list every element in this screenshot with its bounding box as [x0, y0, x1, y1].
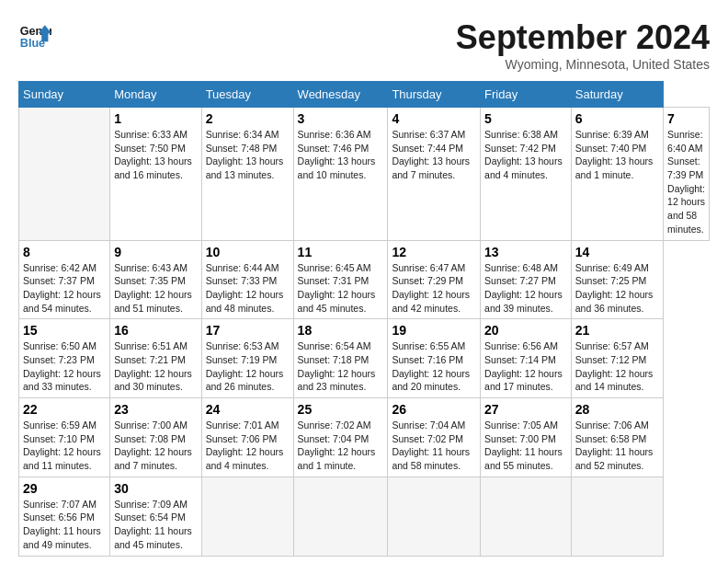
- calendar-cell: 25Sunrise: 7:02 AMSunset: 7:04 PMDayligh…: [293, 398, 388, 477]
- day-number: 28: [575, 402, 659, 417]
- calendar-cell: 4Sunrise: 6:37 AMSunset: 7:44 PMDaylight…: [388, 108, 481, 241]
- day-info: Sunrise: 6:34 AMSunset: 7:48 PMDaylight:…: [206, 128, 290, 182]
- page-header: General Blue September 2024 Wyoming, Min…: [18, 18, 710, 72]
- day-number: 19: [392, 323, 476, 338]
- month-title: September 2024: [456, 18, 710, 57]
- day-info: Sunrise: 6:40 AMSunset: 7:39 PMDaylight:…: [667, 128, 705, 236]
- day-number: 3: [298, 111, 384, 126]
- calendar-cell: 18Sunrise: 6:54 AMSunset: 7:18 PMDayligh…: [293, 319, 388, 398]
- day-number: 18: [298, 323, 384, 338]
- day-number: 27: [484, 402, 567, 417]
- calendar-cell: 8Sunrise: 6:42 AMSunset: 7:37 PMDaylight…: [19, 240, 110, 319]
- week-row-0: 1Sunrise: 6:33 AMSunset: 7:50 PMDaylight…: [19, 108, 710, 241]
- day-info: Sunrise: 6:42 AMSunset: 7:37 PMDaylight:…: [23, 261, 106, 316]
- calendar-cell: [293, 477, 388, 556]
- calendar-cell: 22Sunrise: 6:59 AMSunset: 7:10 PMDayligh…: [19, 398, 110, 477]
- title-area: September 2024 Wyoming, Minnesota, Unite…: [456, 18, 710, 72]
- day-info: Sunrise: 7:09 AMSunset: 6:54 PMDaylight:…: [114, 498, 197, 552]
- day-number: 14: [575, 245, 659, 259]
- day-number: 7: [667, 111, 705, 126]
- calendar-cell: 28Sunrise: 7:06 AMSunset: 6:58 PMDayligh…: [571, 398, 663, 477]
- day-info: Sunrise: 6:51 AMSunset: 7:21 PMDaylight:…: [114, 339, 197, 394]
- week-row-2: 15Sunrise: 6:50 AMSunset: 7:23 PMDayligh…: [19, 319, 710, 398]
- day-info: Sunrise: 6:50 AMSunset: 7:23 PMDaylight:…: [23, 339, 106, 394]
- calendar-cell: 3Sunrise: 6:36 AMSunset: 7:46 PMDaylight…: [293, 108, 388, 241]
- calendar-cell: 1Sunrise: 6:33 AMSunset: 7:50 PMDaylight…: [110, 108, 201, 241]
- day-info: Sunrise: 7:04 AMSunset: 7:02 PMDaylight:…: [392, 419, 476, 473]
- calendar-cell: 30Sunrise: 7:09 AMSunset: 6:54 PMDayligh…: [110, 477, 201, 556]
- day-info: Sunrise: 6:39 AMSunset: 7:40 PMDaylight:…: [575, 128, 659, 182]
- calendar-table: SundayMondayTuesdayWednesdayThursdayFrid…: [18, 81, 710, 557]
- calendar-cell: [481, 477, 572, 556]
- day-number: 25: [298, 402, 384, 417]
- day-number: 24: [206, 402, 290, 417]
- calendar-cell: 17Sunrise: 6:53 AMSunset: 7:19 PMDayligh…: [201, 319, 293, 398]
- svg-text:Blue: Blue: [20, 37, 45, 50]
- calendar-cell: 14Sunrise: 6:49 AMSunset: 7:25 PMDayligh…: [571, 240, 663, 319]
- day-number: 20: [484, 323, 567, 338]
- calendar-cell: 10Sunrise: 6:44 AMSunset: 7:33 PMDayligh…: [201, 240, 293, 319]
- calendar-cell: 12Sunrise: 6:47 AMSunset: 7:29 PMDayligh…: [388, 240, 481, 319]
- day-info: Sunrise: 6:59 AMSunset: 7:10 PMDaylight:…: [23, 419, 106, 473]
- calendar-cell: 2Sunrise: 6:34 AMSunset: 7:48 PMDaylight…: [201, 108, 293, 241]
- logo-icon: General Blue: [18, 18, 51, 52]
- week-row-4: 29Sunrise: 7:07 AMSunset: 6:56 PMDayligh…: [19, 477, 710, 556]
- day-number: 29: [23, 481, 106, 496]
- header-thursday: Thursday: [388, 82, 481, 108]
- calendar-cell: 27Sunrise: 7:05 AMSunset: 7:00 PMDayligh…: [481, 398, 572, 477]
- day-number: 26: [392, 402, 476, 417]
- day-number: 22: [23, 402, 106, 417]
- calendar-cell: 6Sunrise: 6:39 AMSunset: 7:40 PMDaylight…: [571, 108, 663, 241]
- day-number: 4: [392, 111, 476, 126]
- location: Wyoming, Minnesota, United States: [456, 57, 710, 72]
- calendar-cell: 13Sunrise: 6:48 AMSunset: 7:27 PMDayligh…: [481, 240, 572, 319]
- calendar-cell: [571, 477, 663, 556]
- calendar-cell: 20Sunrise: 6:56 AMSunset: 7:14 PMDayligh…: [481, 319, 572, 398]
- day-number: 30: [114, 481, 197, 496]
- calendar-cell: [201, 477, 293, 556]
- calendar-cell: 19Sunrise: 6:55 AMSunset: 7:16 PMDayligh…: [388, 319, 481, 398]
- header-tuesday: Tuesday: [201, 82, 293, 108]
- day-info: Sunrise: 6:45 AMSunset: 7:31 PMDaylight:…: [298, 261, 384, 316]
- calendar-cell: [19, 108, 110, 241]
- header-saturday: Saturday: [571, 82, 663, 108]
- day-number: 1: [114, 111, 197, 126]
- calendar-cell: 23Sunrise: 7:00 AMSunset: 7:08 PMDayligh…: [110, 398, 201, 477]
- day-info: Sunrise: 6:54 AMSunset: 7:18 PMDaylight:…: [298, 339, 384, 394]
- calendar-cell: 15Sunrise: 6:50 AMSunset: 7:23 PMDayligh…: [19, 319, 110, 398]
- calendar-cell: 29Sunrise: 7:07 AMSunset: 6:56 PMDayligh…: [19, 477, 110, 556]
- day-info: Sunrise: 6:48 AMSunset: 7:27 PMDaylight:…: [484, 261, 567, 316]
- day-info: Sunrise: 6:57 AMSunset: 7:12 PMDaylight:…: [575, 339, 659, 394]
- day-info: Sunrise: 7:05 AMSunset: 7:00 PMDaylight:…: [484, 419, 567, 473]
- header-friday: Friday: [481, 82, 572, 108]
- day-number: 2: [206, 111, 290, 126]
- header-wednesday: Wednesday: [293, 82, 388, 108]
- day-info: Sunrise: 6:36 AMSunset: 7:46 PMDaylight:…: [298, 128, 384, 182]
- day-info: Sunrise: 6:38 AMSunset: 7:42 PMDaylight:…: [484, 128, 567, 182]
- day-info: Sunrise: 6:43 AMSunset: 7:35 PMDaylight:…: [114, 261, 197, 316]
- day-number: 21: [575, 323, 659, 338]
- calendar-cell: 26Sunrise: 7:04 AMSunset: 7:02 PMDayligh…: [388, 398, 481, 477]
- day-info: Sunrise: 7:06 AMSunset: 6:58 PMDaylight:…: [575, 419, 659, 473]
- day-number: 16: [114, 323, 197, 338]
- day-info: Sunrise: 6:56 AMSunset: 7:14 PMDaylight:…: [484, 339, 567, 394]
- day-number: 17: [206, 323, 290, 338]
- calendar-cell: 11Sunrise: 6:45 AMSunset: 7:31 PMDayligh…: [293, 240, 388, 319]
- calendar-cell: 24Sunrise: 7:01 AMSunset: 7:06 PMDayligh…: [201, 398, 293, 477]
- day-number: 8: [23, 245, 106, 259]
- day-number: 15: [23, 323, 106, 338]
- day-info: Sunrise: 7:07 AMSunset: 6:56 PMDaylight:…: [23, 498, 106, 552]
- calendar-cell: 21Sunrise: 6:57 AMSunset: 7:12 PMDayligh…: [571, 319, 663, 398]
- week-row-3: 22Sunrise: 6:59 AMSunset: 7:10 PMDayligh…: [19, 398, 710, 477]
- day-number: 6: [575, 111, 659, 126]
- header-sunday: Sunday: [19, 82, 110, 108]
- day-info: Sunrise: 7:01 AMSunset: 7:06 PMDaylight:…: [206, 419, 290, 473]
- week-row-1: 8Sunrise: 6:42 AMSunset: 7:37 PMDaylight…: [19, 240, 710, 319]
- day-info: Sunrise: 6:44 AMSunset: 7:33 PMDaylight:…: [206, 261, 290, 316]
- day-number: 23: [114, 402, 197, 417]
- day-info: Sunrise: 7:02 AMSunset: 7:04 PMDaylight:…: [298, 419, 384, 473]
- header-monday: Monday: [110, 82, 201, 108]
- calendar-cell: 9Sunrise: 6:43 AMSunset: 7:35 PMDaylight…: [110, 240, 201, 319]
- logo: General Blue: [18, 18, 51, 52]
- day-number: 10: [206, 245, 290, 259]
